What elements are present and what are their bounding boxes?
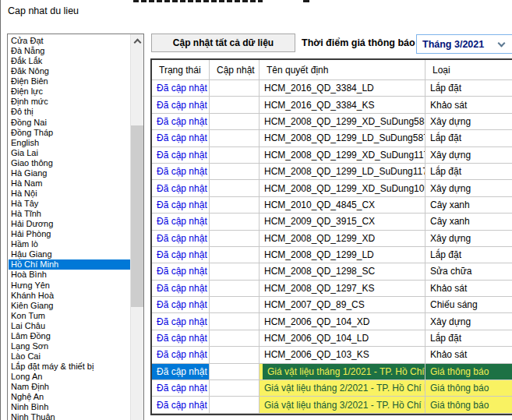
sidebar-item[interactable]: Hầm lò [9, 239, 130, 249]
sidebar-item[interactable]: Đồng Nai [9, 118, 130, 128]
status-cell[interactable]: Đã cập nhật [152, 130, 210, 146]
update-cell[interactable] [210, 297, 260, 313]
decision-name-cell[interactable]: HCM_2008_QD_1299_XD_SuDung588 [260, 114, 425, 130]
decision-name-cell[interactable]: HCM_2009_QD_3915_CX [260, 214, 425, 230]
column-header-update[interactable]: Cập nhật [210, 60, 260, 80]
sidebar-item[interactable]: Lâm Đồng [9, 331, 130, 341]
update-cell[interactable] [210, 197, 260, 214]
sidebar-item[interactable]: Hoà Bình [9, 270, 130, 280]
sidebar-item[interactable]: Hà Giang [9, 168, 130, 178]
type-cell[interactable]: Khảo sát [425, 97, 512, 113]
type-cell[interactable]: Xây dựng [425, 313, 512, 330]
listbox-scrollbar-thumb[interactable] [131, 125, 143, 307]
update-cell[interactable] [210, 130, 260, 146]
status-cell[interactable]: Đã cập nhật [152, 231, 210, 247]
status-cell[interactable]: Đã cập nhật [152, 281, 210, 297]
scroll-up-button[interactable] [131, 34, 143, 48]
type-cell[interactable]: Lắp đặt [425, 330, 512, 347]
type-cell[interactable]: Cây xanh [425, 214, 512, 230]
type-cell[interactable]: Xây dựng [425, 147, 512, 164]
decision-name-cell[interactable]: Giá vật liệu tháng 1/2021 - TP. Hồ Chí M… [260, 364, 425, 380]
status-cell[interactable]: Đã cập nhật [152, 97, 210, 113]
decision-name-cell[interactable]: Giá vật liệu tháng 3/2021 - TP. Hồ Chí M… [260, 397, 425, 413]
decision-name-cell[interactable]: HCM_2006_QD_104_LD [260, 330, 425, 347]
sidebar-item[interactable]: Định mức [9, 97, 130, 107]
sidebar-item[interactable]: English [9, 138, 130, 148]
type-cell[interactable]: Xây dựng [425, 180, 512, 196]
sidebar-item[interactable]: Nghệ An [9, 392, 130, 402]
decision-name-cell[interactable]: HCM_2016_QD_3384_LD [260, 80, 425, 97]
update-cell[interactable] [210, 281, 260, 297]
status-cell[interactable]: Đã cập nhật [152, 197, 210, 214]
type-cell[interactable]: Cây xanh [425, 197, 512, 214]
decision-name-cell[interactable]: HCM_2016_QD_3384_KS [260, 97, 425, 113]
period-dropdown[interactable]: Tháng 3/2021 [416, 34, 512, 54]
status-cell[interactable]: Đã cập nhật [152, 330, 210, 347]
update-cell[interactable] [210, 164, 260, 180]
status-cell[interactable]: Đã cập nhật [152, 214, 210, 230]
update-cell[interactable] [210, 231, 260, 247]
decision-name-cell[interactable]: HCM_2008_QD_1299_LD_SuDung587 [260, 130, 425, 146]
update-cell[interactable] [210, 380, 260, 397]
type-cell[interactable]: Lắp đặt [425, 80, 512, 97]
status-cell[interactable]: Đã cập nhật [152, 180, 210, 196]
sidebar-item[interactable]: Khánh Hoà [9, 291, 130, 301]
decision-name-cell[interactable]: HCM_2006_QD_103_KS [260, 347, 425, 363]
type-cell[interactable]: Giá thông báo [425, 364, 512, 380]
sidebar-item[interactable]: Hà Nội [9, 189, 130, 199]
update-cell[interactable] [210, 313, 260, 330]
status-cell[interactable]: Đã cập nhật [152, 164, 210, 180]
sidebar-item[interactable]: Ninh Bình [9, 402, 130, 412]
sidebar-item[interactable]: Đăk Nông [9, 66, 130, 76]
sidebar-item[interactable]: Điện Biên [9, 76, 130, 86]
sidebar-item[interactable]: Hà Nam [9, 178, 130, 189]
sidebar-item[interactable]: Long An [9, 372, 130, 382]
column-header-decision-name[interactable]: Tên quyết định [260, 60, 425, 80]
decision-name-cell[interactable]: Giá vật liệu tháng 2/2021 - TP. Hồ Chí M… [260, 380, 425, 397]
update-cell[interactable] [210, 97, 260, 113]
status-cell[interactable]: Đã cập nhật [152, 347, 210, 363]
sidebar-item-selected[interactable]: Hồ Chí Minh [9, 259, 130, 270]
sidebar-item[interactable]: Hải Phòng [9, 229, 130, 239]
update-cell[interactable] [210, 397, 260, 413]
status-cell[interactable]: Đã cập nhật [152, 147, 210, 164]
status-cell[interactable]: Đã cập nhật [152, 114, 210, 130]
sidebar-item[interactable]: Hải Dương [9, 219, 130, 229]
status-cell[interactable]: Đã cập nhật [152, 397, 210, 413]
status-cell[interactable]: Đã cập nhật [152, 263, 210, 280]
sidebar-item[interactable]: Hưng Yên [9, 281, 130, 291]
status-cell[interactable]: Đã cập nhật [152, 247, 210, 263]
sidebar-item[interactable]: Lào Cai [9, 351, 130, 362]
type-cell[interactable]: Giá thông báo [425, 380, 512, 397]
sidebar-item[interactable]: Kon Tum [9, 311, 130, 321]
column-header-status[interactable]: Trạng thái [152, 60, 210, 80]
update-cell[interactable] [210, 80, 260, 97]
update-cell[interactable] [210, 180, 260, 196]
type-cell[interactable]: Lắp đặt [425, 247, 512, 263]
status-cell[interactable]: Đã cập nhật [152, 313, 210, 330]
type-cell[interactable]: Sửa chữa [425, 263, 512, 280]
decision-name-cell[interactable]: HCM_2010_QD_4845_CX [260, 197, 425, 214]
sidebar-item[interactable]: Hà Tĩnh [9, 209, 130, 219]
update-all-button[interactable]: Cập nhật tất cả dữ liệu [151, 34, 295, 52]
update-cell[interactable] [210, 347, 260, 363]
sidebar-item[interactable]: Hậu Giang [9, 249, 130, 259]
sidebar-item[interactable]: Đồng Tháp [9, 128, 130, 138]
decision-name-cell[interactable]: HCM_2008_QD_1298_SC [260, 263, 425, 280]
status-cell[interactable]: Đã cập nhật [152, 380, 210, 397]
listbox-scrollbar[interactable] [130, 34, 143, 420]
update-cell[interactable] [210, 114, 260, 130]
status-cell[interactable]: Đã cập nhật [152, 297, 210, 313]
status-cell[interactable]: Đã cập nhật [152, 80, 210, 97]
sidebar-item[interactable]: Lai Châu [9, 321, 130, 331]
sidebar-item[interactable]: Lắp đặt máy & thiết bị [9, 362, 130, 372]
decision-name-cell[interactable]: HCM_2008_QD_1299_XD_SuDung1172 [260, 147, 425, 164]
decision-name-cell[interactable]: HCM_2008_QD_1299_XD [260, 231, 425, 247]
type-cell[interactable]: Chiếu sáng [425, 297, 512, 313]
sidebar-item[interactable]: Ninh Thuận [9, 412, 130, 420]
type-cell[interactable]: Lắp đặt [425, 130, 512, 146]
sidebar-item[interactable]: Điện lực [9, 86, 130, 97]
sidebar-item[interactable]: Đà Nẵng [9, 46, 130, 56]
sidebar-item[interactable]: Lạng Sơn [9, 341, 130, 351]
sidebar-item[interactable]: Kiên Giang [9, 301, 130, 311]
